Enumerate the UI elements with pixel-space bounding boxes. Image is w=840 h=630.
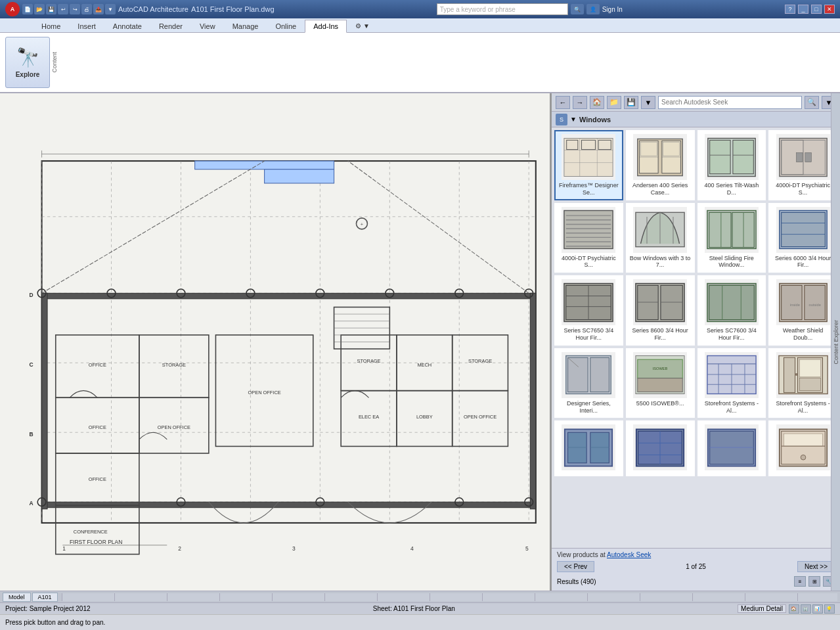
redo-icon[interactable]: ↪ [70, 4, 80, 14]
tab-online[interactable]: Online [267, 19, 305, 32]
product-item-4[interactable]: 4000i-DT Psychiatric S... [768, 130, 837, 200]
svg-rect-84 [564, 138, 613, 176]
explore-icon: 🔭 [16, 47, 39, 68]
help-button[interactable]: ? [785, 5, 795, 14]
search-submit-button[interactable]: 🔍 [805, 96, 819, 109]
svg-text:STORAGE: STORAGE [162, 362, 186, 368]
cad-drawing-area[interactable]: CONFERENCE OFFICE OFFICE OFFICE STORAGE … [0, 93, 551, 591]
product-item-20[interactable] [768, 420, 837, 476]
home-button[interactable]: 🏠 [590, 96, 604, 109]
tab-annotate[interactable]: Annotate [104, 19, 150, 32]
tab-render[interactable]: Render [150, 19, 191, 32]
save-icon[interactable]: 💾 [46, 4, 56, 14]
autodesk-seek-link[interactable]: Autodesk Seek [607, 551, 651, 558]
product-name-4: 4000i-DT Psychiatric S... [772, 182, 833, 196]
tab-home[interactable]: Home [33, 19, 69, 32]
svg-text:inside: inside [790, 302, 800, 306]
product-thumb-9 [562, 279, 615, 325]
category-dropdown-button[interactable]: ▼ [570, 116, 577, 123]
product-item-2[interactable]: Andersen 400 Series Case... [626, 130, 695, 200]
product-name-6: Bow Windows with 3 to 7... [630, 255, 691, 269]
product-item-6[interactable]: Bow Windows with 3 to 7... [626, 203, 695, 273]
status-icons: 🏠 🏢 📊 💡 [789, 604, 835, 614]
restore-button[interactable]: □ [811, 5, 822, 14]
ce-dropdown-button[interactable]: ▼ [641, 96, 655, 109]
product-item-11[interactable]: Series SC7600 3/4 Hour Fir... [697, 275, 766, 346]
quick-access-toolbar: 📄 📂 💾 ↩ ↪ 🖨 📤 ▼ [22, 4, 116, 14]
search-icon[interactable]: 🔍 [571, 4, 584, 14]
new-icon[interactable]: 📄 [22, 4, 33, 14]
minimize-button[interactable]: _ [798, 5, 808, 14]
product-thumb-8 [776, 207, 830, 253]
product-item-9[interactable]: Series SC7650 3/4 Hour Fir... [554, 275, 623, 346]
svg-rect-151 [568, 358, 588, 392]
product-item-8[interactable]: Series 6000 3/4 Hour Fir... [768, 203, 837, 273]
product-thumb-13 [562, 352, 615, 398]
product-item-19[interactable] [697, 420, 766, 476]
svg-rect-108 [805, 152, 811, 162]
sheet-info: Sheet: A101 First Floor Plan [373, 605, 455, 612]
prev-page-button[interactable]: << Prev [557, 561, 594, 572]
svg-rect-128 [781, 212, 825, 246]
grid-view-button[interactable]: ⊞ [808, 576, 820, 587]
save-location-button[interactable]: 💾 [624, 96, 638, 109]
plot-icon[interactable]: 🖨 [81, 4, 92, 14]
svg-point-170 [795, 373, 797, 376]
content-label: Content [51, 52, 58, 73]
detail-level[interactable]: Medium Detail [738, 604, 786, 613]
signin-icon[interactable]: 👤 [586, 4, 600, 14]
tab-extra[interactable]: ⚙ ▼ [347, 19, 378, 32]
close-button[interactable]: ✕ [824, 5, 835, 14]
file-name: A101 First Floor Plan.dwg [191, 5, 275, 13]
list-view-button[interactable]: ≡ [794, 576, 806, 587]
sheet-tabs-bar: Model A101 [0, 591, 840, 602]
product-item-13[interactable]: Designer Series, Interi... [554, 348, 623, 418]
main-workspace: CONFERENCE OFFICE OFFICE OFFICE STORAGE … [0, 93, 840, 591]
status-icon-4[interactable]: 💡 [824, 604, 835, 614]
publish-icon[interactable]: 📤 [93, 4, 104, 14]
product-item-12[interactable]: inside outside Weather Shield Doub... [768, 275, 837, 346]
tab-addins[interactable]: Add-Ins [305, 20, 347, 33]
signin-label[interactable]: Sign In [602, 6, 623, 13]
product-item-1[interactable]: Fireframes™ Designer Se... [554, 130, 623, 200]
tab-manage[interactable]: Manage [224, 19, 267, 32]
search-input[interactable] [658, 96, 802, 109]
svg-text:STORAGE: STORAGE [468, 358, 492, 364]
seek-text: View products at [557, 551, 607, 558]
ribbon-content: 🔭 Explore Content [0, 33, 840, 93]
svg-text:+: + [361, 221, 363, 227]
back-button[interactable]: ← [556, 96, 570, 109]
status-icon-2[interactable]: 🏢 [801, 604, 811, 614]
open-icon[interactable]: 📂 [34, 4, 45, 14]
product-item-18[interactable] [626, 420, 695, 476]
title-search-bar[interactable]: Type a keyword or phrase [437, 3, 568, 15]
tab-view[interactable]: View [191, 19, 224, 32]
product-item-7[interactable]: Steel Sliding Fire Window... [697, 203, 766, 273]
sheet-tab-a101[interactable]: A101 [32, 593, 58, 602]
forward-button[interactable]: → [573, 96, 587, 109]
next-page-button[interactable]: Next >> [797, 561, 835, 572]
product-item-15[interactable]: Storefront Systems - Al... [697, 348, 766, 418]
ruler-scale [62, 593, 837, 601]
product-item-5[interactable]: 4000i-DT Psychiatric S... [554, 203, 623, 273]
product-item-14[interactable]: ISOWEB 5500 ISOWEB®... [626, 348, 695, 418]
folder-button[interactable]: 📁 [607, 96, 621, 109]
svg-rect-17 [530, 293, 535, 508]
tab-insert[interactable]: Insert [69, 19, 104, 32]
undo-icon[interactable]: ↩ [58, 4, 68, 14]
project-info: Project: Sample Project 2012 [5, 605, 91, 612]
customdrop-icon[interactable]: ▼ [105, 4, 116, 14]
status-icon-3[interactable]: 📊 [812, 604, 823, 614]
status-icon-1[interactable]: 🏠 [789, 604, 799, 614]
product-item-3[interactable]: 400 Series Tilt-Wash D... [697, 130, 766, 200]
svg-rect-169 [799, 378, 820, 391]
svg-rect-186 [784, 434, 822, 446]
product-item-17[interactable] [554, 420, 623, 476]
product-item-10[interactable]: Series 8600 3/4 Hour Fir... [626, 275, 695, 346]
ce-category-bar: S ▼ Windows [552, 112, 840, 127]
explore-button[interactable]: 🔭 Explore [5, 37, 50, 88]
svg-text:D: D [29, 292, 33, 298]
product-item-16[interactable]: Storefront Systems - Al... [768, 348, 837, 418]
model-tab[interactable]: Model [3, 593, 31, 602]
status-bar: Project: Sample Project 2012 Sheet: A101… [0, 602, 840, 614]
